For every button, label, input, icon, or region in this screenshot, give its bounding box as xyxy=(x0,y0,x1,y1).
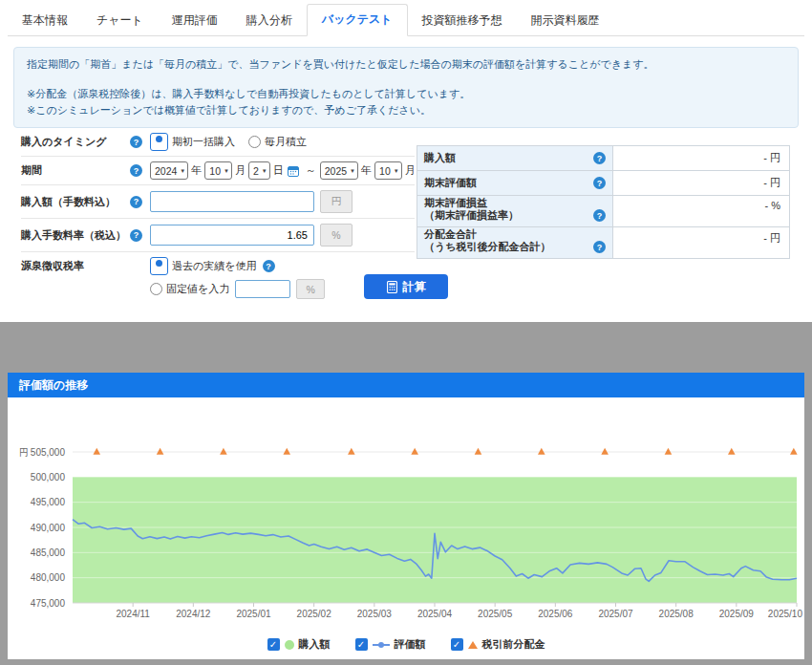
row-withholding-tax: 源泉徴収税率 過去の実績を使用 固定値を入力 % xyxy=(21,251,415,304)
tab-investment-forecast[interactable]: 投資額推移予想 xyxy=(408,6,517,36)
result-row-gain-loss: 期末評価損益（期末評価損益率） - % xyxy=(417,196,789,227)
result-value: - % xyxy=(613,196,789,226)
to-month-value: 10 xyxy=(379,165,391,177)
legend-checkbox[interactable] xyxy=(355,638,368,651)
svg-text:2025/09: 2025/09 xyxy=(719,609,755,619)
to-month-select[interactable]: 10 xyxy=(374,161,402,180)
svg-text:495,000: 495,000 xyxy=(31,497,66,507)
use-history-radio[interactable] xyxy=(150,257,168,275)
tab-disclosure-history[interactable]: 開示資料履歴 xyxy=(517,6,614,36)
svg-text:2025/08: 2025/08 xyxy=(659,609,694,619)
svg-text:2025/04: 2025/04 xyxy=(417,609,453,619)
from-month-select[interactable]: 10 xyxy=(204,161,232,180)
tab-evaluation[interactable]: 運用評価 xyxy=(158,6,232,36)
purchase-amount-input[interactable] xyxy=(150,191,314,212)
svg-text:円: 円 xyxy=(19,447,29,458)
tab-backtest[interactable]: バックテスト xyxy=(307,4,408,36)
help-icon[interactable] xyxy=(593,152,606,164)
period-separator: ～ xyxy=(306,163,316,178)
legend-checkbox[interactable] xyxy=(267,638,280,651)
help-icon[interactable] xyxy=(130,164,142,177)
svg-text:2025/10: 2025/10 xyxy=(768,609,803,619)
help-icon[interactable] xyxy=(263,260,275,272)
orange-triangle-marker-icon xyxy=(468,641,478,649)
svg-text:485,000: 485,000 xyxy=(31,547,66,558)
fixed-value-input[interactable] xyxy=(235,280,290,298)
help-icon[interactable] xyxy=(130,136,142,148)
result-value: - 円 xyxy=(613,171,789,195)
help-icon[interactable] xyxy=(130,196,142,208)
backtest-panel: 基本情報 チャート 運用評価 購入分析 バックテスト 投資額推移予想 開示資料履… xyxy=(0,0,812,322)
result-row-distributions: 分配金合計（うち税引後分配金合計） - 円 xyxy=(417,227,789,259)
legend-label: 購入額 xyxy=(299,637,331,652)
evaluation-chart[interactable]: 505,000500,000495,000490,000485,000480,0… xyxy=(8,401,804,621)
svg-text:2024/12: 2024/12 xyxy=(176,609,211,619)
notice-box: 指定期間の「期首」または「毎月の積立」で、当ファンドを買い付けたと仮定した場合の… xyxy=(13,47,799,128)
tab-bar: 基本情報 チャート 運用評価 購入分析 バックテスト 投資額推移予想 開示資料履… xyxy=(8,8,804,36)
evaluation-trend-panel: 評価額の推移 505,000500,000495,000490,000485,0… xyxy=(8,373,804,659)
from-day-select[interactable]: 2 xyxy=(248,161,270,180)
svg-text:2025/06: 2025/06 xyxy=(538,609,573,619)
result-label: 購入額 xyxy=(424,152,456,165)
row-fee-rate: 購入手数料率（税込） % xyxy=(21,218,415,251)
fee-rate-label: 購入手数料率（税込） xyxy=(21,228,130,243)
help-icon[interactable] xyxy=(593,177,606,189)
from-year-select[interactable]: 2024 xyxy=(150,161,188,180)
legend-checkbox[interactable] xyxy=(451,638,463,651)
results-table: 購入額 - 円 期末評価額 - 円 期末評価損益（期末評価損益率） - % 分配… xyxy=(417,145,790,259)
notice-line-2: ※分配金（源泉税控除後）は、購入手数料なしで自動再投資したものとして計算していま… xyxy=(27,86,785,102)
fee-unit: % xyxy=(320,224,353,247)
help-icon[interactable] xyxy=(593,209,606,222)
result-value: - 円 xyxy=(613,146,789,170)
legend-item-purchase-amount: 購入額 xyxy=(267,637,331,652)
row-purchase-amount: 購入額（手数料込） 円 xyxy=(21,184,415,218)
svg-text:2025/03: 2025/03 xyxy=(357,609,393,619)
monthly-label: 毎月積立 xyxy=(265,135,307,149)
calculate-button[interactable]: 計算 xyxy=(364,274,448,299)
tab-purchase-analysis[interactable]: 購入分析 xyxy=(232,6,307,36)
monthly-radio[interactable] xyxy=(248,136,261,148)
option-lump-sum: 期初一括購入 xyxy=(150,133,235,151)
from-year-value: 2024 xyxy=(155,165,177,177)
tab-basic-info[interactable]: 基本情報 xyxy=(8,6,82,36)
notice-line-1: 指定期間の「期首」または「毎月の積立」で、当ファンドを買い付けたと仮定した場合の… xyxy=(27,56,785,73)
amount-unit: 円 xyxy=(320,190,353,213)
chart-legend: 購入額 評価額 税引前分配金 xyxy=(8,637,804,652)
help-icon[interactable] xyxy=(593,241,606,253)
svg-text:2025/05: 2025/05 xyxy=(478,609,513,619)
month-unit: 月 xyxy=(405,163,416,178)
backtest-form: 購入のタイミング 期初一括購入 毎月積立 期間 2024 年 10 月 2 日 … xyxy=(21,128,415,304)
row-purchase-timing: 購入のタイミング 期初一括購入 毎月積立 xyxy=(21,128,415,156)
result-row-ending-value: 期末評価額 - 円 xyxy=(417,171,789,196)
year-unit: 年 xyxy=(361,163,372,178)
calendar-icon[interactable] xyxy=(288,165,299,177)
legend-item-evaluation: 評価額 xyxy=(355,637,426,652)
svg-text:500,000: 500,000 xyxy=(31,472,66,483)
result-sublabel: （うち税引後分配金合計） xyxy=(424,241,551,252)
to-year-value: 2025 xyxy=(325,165,347,177)
chart-title: 評価額の推移 xyxy=(19,377,88,394)
fee-rate-input[interactable] xyxy=(150,225,314,246)
svg-text:480,000: 480,000 xyxy=(31,572,66,583)
option-use-history: 過去の実績を使用 xyxy=(150,257,325,275)
calculate-button-label: 計算 xyxy=(403,279,426,295)
withholding-tax-label: 源泉徴収税率 xyxy=(21,257,130,273)
fixed-value-radio[interactable] xyxy=(150,283,162,295)
lump-sum-label: 期初一括購入 xyxy=(172,135,235,149)
lump-sum-radio[interactable] xyxy=(150,133,168,151)
notice-line-3: ※このシミュレーションでは概算値で計算しておりますので、予めご了承ください。 xyxy=(27,102,785,118)
green-area-marker-icon xyxy=(285,640,294,650)
help-icon[interactable] xyxy=(130,229,142,242)
result-row-purchase-amount: 購入額 - 円 xyxy=(417,146,789,171)
fixed-value-unit: % xyxy=(296,279,325,299)
tab-chart[interactable]: チャート xyxy=(82,6,158,36)
from-day-value: 2 xyxy=(253,165,259,177)
svg-text:490,000: 490,000 xyxy=(31,523,66,533)
result-label: 期末評価額 xyxy=(424,177,477,190)
legend-label: 税引前分配金 xyxy=(482,637,545,652)
blue-line-marker-icon xyxy=(373,644,390,646)
svg-text:2025/02: 2025/02 xyxy=(297,609,332,619)
option-monthly: 毎月積立 xyxy=(248,135,307,149)
to-year-select[interactable]: 2025 xyxy=(320,161,358,180)
legend-item-distribution: 税引前分配金 xyxy=(451,637,545,652)
